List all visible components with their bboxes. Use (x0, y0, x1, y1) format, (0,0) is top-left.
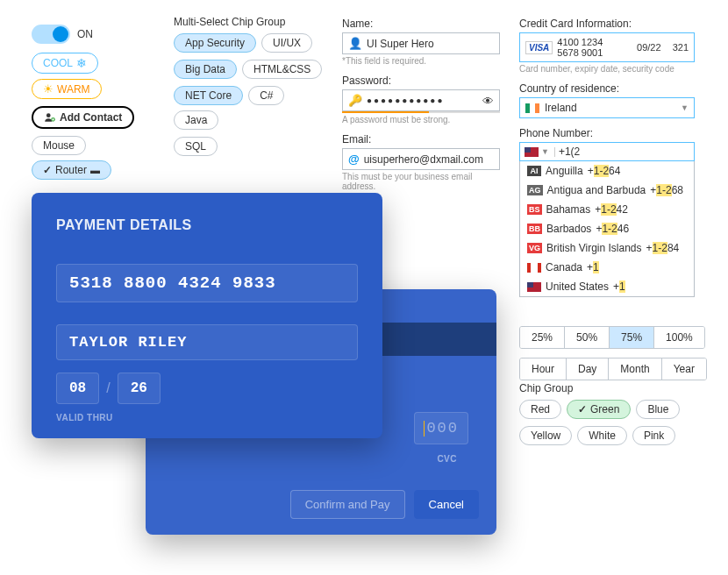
time-segment[interactable]: HourDayMonthYear (519, 358, 707, 380)
card-front: PAYMENT DETAILS 5318 8800 4324 9833 TAYL… (32, 193, 382, 438)
chip-red[interactable]: Red (519, 400, 561, 419)
person-icon: 👤 (348, 37, 362, 50)
exp-divider: / (106, 380, 110, 396)
chip-bigdata[interactable]: Big Data (174, 60, 237, 79)
router-icon: ▬ (90, 165, 100, 175)
chip-pink[interactable]: Pink (632, 426, 675, 445)
phone-option-AI[interactable]: AIAnguilla +1-264 (520, 161, 694, 181)
phone-option-BB[interactable]: BBBarbados +1-246 (520, 219, 694, 238)
cc-label: Credit Card Information: (519, 18, 695, 30)
valid-thru-label: VALID THRU (56, 413, 358, 422)
percent-segment[interactable]: 25%50%75%100% (519, 326, 705, 349)
at-icon: @ (348, 153, 360, 166)
chip-netcore[interactable]: NET Core (174, 86, 243, 105)
check-icon: ✓ (578, 403, 587, 415)
email-label: Email: (342, 133, 500, 146)
chip-java[interactable]: Java (174, 110, 218, 130)
seg-day[interactable]: Day (567, 358, 609, 380)
cc-hint: Card number, expiry date, security code (519, 64, 695, 74)
key-icon: 🔑 (348, 94, 362, 107)
ireland-flag-icon (525, 103, 539, 113)
multi-select-title: Multi-Select Chip Group (174, 16, 323, 28)
chip-router[interactable]: ✓ Router ▬ (32, 160, 111, 180)
seg-hour[interactable]: Hour (520, 358, 567, 380)
visa-badge: VISA (525, 41, 553, 54)
chip-sql[interactable]: SQL (174, 137, 218, 156)
phone-option-US[interactable]: United States +1 (520, 277, 694, 296)
chevron-down-icon: ▼ (681, 103, 689, 112)
confirm-pay-button[interactable]: Confirm and Pay (290, 490, 405, 519)
chip-cool[interactable]: COOL ❄ (32, 53, 98, 74)
phone-option-CA[interactable]: Canada +1 (520, 258, 694, 277)
toggle-label: ON (77, 28, 93, 40)
sun-icon: ☀ (43, 82, 54, 96)
phone-option-AG[interactable]: AGAntigua and Barbuda +1-268 (520, 181, 694, 200)
card-name-input[interactable]: TAYLOR RILEY (56, 324, 358, 360)
chip-appsecurity[interactable]: App Security (174, 33, 256, 53)
seg-month[interactable]: Month (609, 358, 661, 380)
chip-white[interactable]: White (577, 426, 627, 445)
email-hint: This must be your business email address… (342, 172, 500, 191)
exp-month-input[interactable]: 08 (56, 373, 99, 404)
phone-option-VG[interactable]: VGBritish Virgin Islands +1-284 (520, 238, 694, 258)
chip-mouse[interactable]: Mouse (32, 136, 86, 155)
chip-green[interactable]: ✓Green (567, 400, 631, 419)
password-strength-bar (342, 111, 500, 113)
cvc-input[interactable]: 000 (414, 412, 468, 444)
phone-option-BS[interactable]: BSBahamas +1-242 (520, 200, 694, 219)
exp-year-input[interactable]: 26 (118, 373, 161, 404)
card-number-input[interactable]: 5318 8800 4324 9833 (56, 264, 358, 302)
seg-75%[interactable]: 75% (610, 327, 654, 348)
phone-dropdown[interactable]: AIAnguilla +1-264AGAntigua and Barbuda +… (519, 161, 695, 297)
add-person-icon (44, 111, 56, 124)
eye-icon[interactable]: 👁 (482, 95, 494, 108)
cc-input[interactable]: VISA4100 1234 5678 9001 09/22 321 (519, 32, 695, 62)
chip-yellow[interactable]: Yellow (519, 426, 572, 445)
chip-uiux[interactable]: UI/UX (261, 33, 312, 53)
chip-htmlcss[interactable]: HTML&CSS (242, 60, 322, 79)
seg-50%[interactable]: 50% (565, 327, 610, 348)
cancel-button[interactable]: Cancel (414, 490, 479, 519)
chip-group-title: Chip Group (519, 382, 695, 394)
name-hint: *This field is required. (342, 56, 500, 66)
name-label: Name: (342, 18, 500, 30)
chip-warm[interactable]: ☀ WARM (32, 79, 102, 99)
seg-100%[interactable]: 100% (654, 327, 704, 348)
email-input[interactable]: @uisuperhero@dxmail.com (342, 148, 500, 170)
password-input[interactable]: 🔑●●●●●●●●●●●👁 (342, 89, 500, 111)
phone-label: Phone Number: (519, 127, 695, 139)
check-icon: ✓ (43, 164, 52, 176)
snowflake-icon: ❄ (76, 56, 87, 70)
name-input[interactable]: 👤UI Super Hero (342, 32, 500, 54)
seg-25%[interactable]: 25% (520, 327, 565, 348)
svg-point-0 (46, 113, 51, 117)
password-label: Password: (342, 75, 500, 87)
seg-year[interactable]: Year (662, 358, 706, 380)
add-contact-button[interactable]: Add Contact (32, 106, 134, 129)
payment-title: PAYMENT DETAILS (56, 217, 358, 233)
password-hint: A password must be strong. (342, 115, 500, 124)
chip-c[interactable]: C# (248, 86, 284, 105)
country-label: Country of residence: (519, 82, 695, 95)
toggle-switch[interactable] (32, 25, 70, 44)
chevron-down-icon[interactable]: ▼ (541, 147, 549, 156)
country-select[interactable]: Ireland▼ (519, 97, 695, 118)
chip-blue[interactable]: Blue (636, 400, 680, 419)
us-flag-icon (525, 147, 539, 157)
phone-input[interactable]: ▼ +1(2 (519, 142, 695, 161)
cvc-label: CVC (437, 454, 457, 464)
